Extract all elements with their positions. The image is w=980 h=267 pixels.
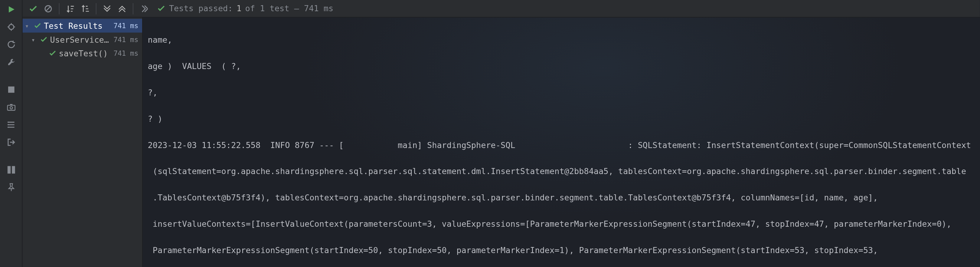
stop-icon[interactable] [5, 84, 17, 95]
stack-icon[interactable] [5, 119, 17, 130]
collapse-icon[interactable] [115, 2, 129, 16]
log-line: (sqlStatement=org.apache.shardingsphere.… [148, 165, 975, 178]
check-icon [33, 22, 43, 29]
svg-point-0 [8, 24, 14, 30]
svg-rect-1 [8, 86, 14, 93]
tree-label: UserServiceTest [49, 35, 113, 44]
svg-rect-9 [11, 166, 14, 174]
check-icon [157, 4, 165, 13]
test-tree: ▾ Test Results 741 ms ▾ UserServiceTest … [23, 18, 143, 267]
tree-method[interactable]: saveTest() 741 ms [23, 46, 142, 60]
log-line: ?, [148, 86, 975, 99]
check-icon [39, 36, 49, 43]
tree-label: Test Results [43, 21, 113, 30]
svg-point-5 [7, 122, 8, 123]
sort-down-icon[interactable] [63, 2, 77, 16]
refresh-icon[interactable] [5, 39, 17, 50]
status-prefix: Tests passed: [169, 4, 233, 13]
log-line: 2023-12-03 11:55:22.558 INFO 8767 --- [ … [148, 138, 975, 151]
tree-time: 741 ms [113, 35, 140, 43]
exit-icon[interactable] [5, 136, 17, 148]
run-icon[interactable] [5, 4, 17, 15]
tree-time: 741 ms [113, 49, 140, 57]
status-count: 1 [237, 4, 241, 13]
svg-point-3 [10, 107, 12, 109]
test-status-bar: Tests passed: 1 of 1 test – 741 ms [157, 4, 334, 13]
tree-class[interactable]: ▾ UserServiceTest 741 ms [23, 33, 142, 46]
chevron-right-icon[interactable] [137, 2, 151, 16]
status-suffix: of 1 test – 741 ms [245, 4, 334, 13]
svg-point-6 [7, 124, 8, 125]
console-output[interactable]: name, age ) VALUES ( ?, ?, ? ) 2023-12-0… [143, 18, 980, 267]
debug-icon[interactable] [5, 21, 17, 32]
show-passed-icon[interactable] [26, 2, 40, 16]
layout-icon[interactable] [5, 164, 17, 175]
log-line: age ) VALUES ( ?, [148, 60, 975, 73]
tree-time: 741 ms [113, 21, 140, 30]
expand-icon[interactable] [100, 2, 114, 16]
log-line: name, [148, 33, 975, 46]
check-icon [48, 50, 57, 57]
wrench-icon[interactable] [5, 56, 17, 67]
tool-window-gutter [0, 0, 23, 267]
svg-rect-4 [10, 104, 12, 106]
chevron-down-icon[interactable]: ▾ [25, 22, 33, 29]
log-line: .TablesContext@b75f3f4), tablesContext=o… [148, 191, 975, 204]
log-line: ? ) [148, 112, 975, 125]
pin-icon[interactable] [5, 182, 17, 193]
tree-root[interactable]: ▾ Test Results 741 ms [23, 19, 142, 33]
svg-point-7 [7, 126, 8, 128]
sort-up-icon[interactable] [78, 2, 92, 16]
chevron-down-icon[interactable]: ▾ [32, 36, 39, 43]
tree-label: saveTest() [57, 48, 113, 58]
show-ignored-icon[interactable] [41, 2, 55, 16]
test-toolbar: Tests passed: 1 of 1 test – 741 ms [23, 0, 980, 18]
log-line: ParameterMarkerExpressionSegment(startIn… [148, 244, 975, 257]
svg-rect-2 [7, 106, 15, 110]
log-line: insertValueContexts=[InsertValueContext(… [148, 217, 975, 230]
camera-icon[interactable] [5, 101, 17, 113]
svg-rect-8 [7, 166, 10, 174]
